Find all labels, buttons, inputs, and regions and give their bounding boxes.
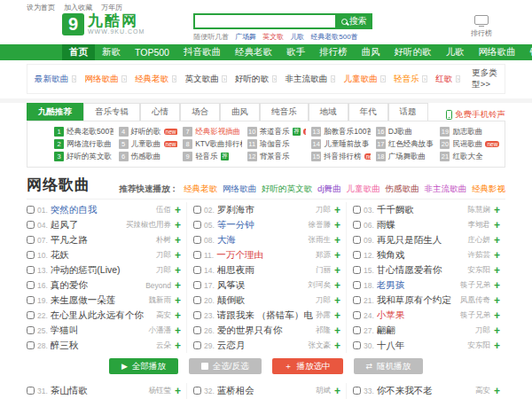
song-checkbox[interactable]	[193, 387, 201, 395]
category-item[interactable]: 21红歌大全	[440, 151, 499, 162]
song-checkbox[interactable]	[193, 266, 201, 274]
song-checkbox[interactable]	[353, 387, 361, 395]
add-to-playlist-icon[interactable]: +	[494, 234, 500, 246]
song-checkbox[interactable]	[193, 326, 201, 334]
song-title-link[interactable]: 甘心情愿爱着你	[377, 264, 466, 277]
song-checkbox[interactable]	[27, 206, 35, 214]
add-to-playlist-icon[interactable]: +	[494, 204, 500, 216]
subnav-link[interactable]: 红歌	[435, 74, 452, 85]
subnav-link[interactable]: 最新歌曲	[35, 74, 68, 85]
add-to-playlist-icon[interactable]: +	[494, 385, 500, 397]
play-selected-button[interactable]: ＋ 播放选中	[272, 358, 343, 374]
top-link[interactable]: 万年历	[101, 3, 122, 12]
tab-item[interactable]: 曲风	[220, 103, 260, 121]
add-to-playlist-icon[interactable]: +	[494, 294, 500, 307]
song-checkbox[interactable]	[27, 251, 35, 259]
song-title-link[interactable]: 爱的世界只有你	[217, 325, 313, 337]
song-title-link[interactable]: 老男孩	[377, 279, 458, 292]
song-artist-link[interactable]: 庄心妍	[467, 235, 490, 246]
song-artist-link[interactable]: 郑源	[316, 250, 331, 261]
song-checkbox[interactable]	[193, 281, 201, 289]
category-item[interactable]: 17红色经典故事	[376, 138, 435, 150]
category-item[interactable]: 14儿童睡前故事荐	[311, 138, 371, 150]
song-artist-link[interactable]: 杨钰莹	[148, 386, 171, 396]
chevron-right-icon[interactable]: ›	[222, 75, 226, 82]
add-to-playlist-icon[interactable]: +	[494, 340, 500, 352]
nav-item[interactable]: 经典老歌	[228, 44, 279, 60]
subnav-link[interactable]: 儿童歌曲	[343, 74, 377, 85]
category-item[interactable]: 19励志歌曲	[440, 126, 499, 137]
add-to-playlist-icon[interactable]: +	[334, 249, 340, 262]
tab-item[interactable]: 地域	[309, 103, 348, 121]
song-artist-link[interactable]: 云朵	[156, 340, 171, 351]
add-to-playlist-icon[interactable]: +	[494, 309, 500, 322]
song-checkbox[interactable]	[353, 311, 361, 319]
song-checkbox[interactable]	[27, 296, 35, 304]
add-to-playlist-icon[interactable]: +	[175, 294, 181, 307]
song-artist-link[interactable]: 安东阳	[467, 265, 490, 276]
song-title-link[interactable]: 醉三秋	[51, 340, 153, 352]
nav-item[interactable]: 抖音歌曲	[176, 44, 228, 60]
add-to-playlist-icon[interactable]: +	[494, 325, 500, 337]
category-item[interactable]: 2网络流行歌曲荐	[54, 138, 113, 150]
subnav-link[interactable]: 非主流歌曲	[285, 74, 327, 85]
hot-search-word[interactable]: 随便听几首	[193, 32, 229, 42]
song-title-link[interactable]: 相思夜雨	[217, 264, 313, 277]
song-checkbox[interactable]	[27, 221, 35, 229]
song-title-link[interactable]: 平凡之路	[51, 234, 153, 246]
nav-item[interactable]: 铃声	[522, 44, 532, 60]
add-to-playlist-icon[interactable]: +	[334, 340, 340, 352]
rank-shortcut[interactable]: 排行榜	[471, 13, 492, 38]
song-title-link[interactable]: 独角戏	[377, 249, 466, 262]
add-to-playlist-icon[interactable]: +	[334, 294, 340, 307]
add-to-playlist-icon[interactable]: +	[175, 385, 181, 397]
song-artist-link[interactable]: 胡斌	[316, 386, 331, 396]
song-checkbox[interactable]	[193, 206, 201, 214]
category-item[interactable]: 18广场舞歌曲	[376, 151, 435, 162]
song-artist-link[interactable]: 筷子兄弟	[460, 310, 490, 321]
song-artist-link[interactable]: 祁隆	[316, 325, 331, 336]
nav-item[interactable]: 曲风	[354, 44, 387, 60]
add-to-playlist-icon[interactable]: +	[175, 234, 181, 246]
add-to-playlist-icon[interactable]: +	[175, 249, 181, 262]
song-artist-link[interactable]: 刀郎	[316, 295, 331, 306]
category-item[interactable]: 6伤感歌曲	[119, 151, 178, 162]
song-checkbox[interactable]	[353, 221, 361, 229]
song-artist-link[interactable]: 陈慧娴	[467, 205, 490, 215]
category-item[interactable]: 8KTV歌曲排行榜	[183, 138, 242, 150]
song-artist-link[interactable]: 孙露	[316, 310, 331, 321]
song-artist-link[interactable]: 安东阳	[467, 340, 490, 351]
song-checkbox[interactable]	[353, 251, 361, 259]
song-artist-link[interactable]: 凤凰传奇	[460, 295, 490, 306]
add-to-playlist-icon[interactable]: +	[175, 340, 181, 352]
random-play-button[interactable]: ⇄ 随机播放	[354, 358, 424, 374]
song-checkbox[interactable]	[353, 341, 361, 349]
song-title-link[interactable]: 我和草原有个约定	[377, 294, 458, 307]
song-title-link[interactable]: 罗刹海市	[217, 204, 313, 216]
song-artist-link[interactable]: 高安	[156, 310, 171, 321]
song-checkbox[interactable]	[27, 266, 35, 274]
song-artist-link[interactable]: 张雨生	[308, 235, 331, 246]
nav-item[interactable]: 歌手	[279, 44, 312, 60]
category-item[interactable]: 16DJ歌曲	[376, 126, 435, 137]
song-title-link[interactable]: 学猫叫	[51, 325, 146, 337]
tab-active[interactable]: 九酷推荐	[27, 103, 83, 121]
add-to-playlist-icon[interactable]: +	[494, 279, 500, 292]
subnav-link[interactable]: 网络歌曲	[84, 74, 118, 85]
song-title-link[interactable]: 突然的自我	[51, 204, 153, 216]
song-checkbox[interactable]	[353, 206, 361, 214]
song-artist-link[interactable]: 张文豪	[308, 340, 331, 351]
category-item[interactable]: 3好听的英文歌荐	[54, 151, 113, 162]
add-to-playlist-icon[interactable]: +	[494, 219, 500, 231]
song-checkbox[interactable]	[27, 326, 35, 334]
nav-item[interactable]: 首页	[62, 44, 95, 60]
category-item[interactable]: 7经典影视插曲	[183, 126, 242, 137]
tab-item[interactable]: 纯音乐	[260, 103, 309, 121]
song-title-link[interactable]: 再见只是陌生人	[377, 234, 466, 246]
song-artist-link[interactable]: 小潘潘	[148, 325, 171, 336]
song-artist-link[interactable]: 朴树	[156, 235, 171, 246]
song-title-link[interactable]: 一万个理由	[216, 249, 313, 262]
quickplay-link[interactable]: 经典老歌	[184, 184, 217, 195]
song-title-link[interactable]: 起风了	[51, 219, 123, 231]
song-checkbox[interactable]	[27, 387, 35, 395]
